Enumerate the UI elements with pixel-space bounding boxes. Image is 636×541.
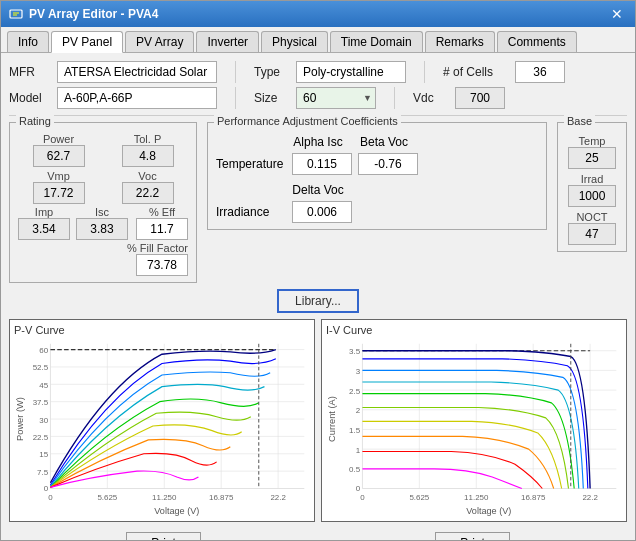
iv-chart-svg: Current (A) 0 0.5 1 1.5 2 2.5 3 3.5 0 5.…: [326, 338, 622, 517]
voc-label: Voc: [138, 170, 156, 182]
app-icon: [9, 7, 23, 21]
svg-text:22.2: 22.2: [270, 493, 286, 502]
svg-text:7.5: 7.5: [37, 468, 49, 477]
vdc-value: 700: [455, 87, 505, 109]
tab-info[interactable]: Info: [7, 31, 49, 52]
params-row: Rating Power 62.7 Tol. P 4.8 Vmp 17.72: [9, 122, 627, 283]
performance-title: Performance Adjustment Coefficients: [214, 115, 401, 127]
size-label: Size: [254, 91, 284, 105]
svg-text:15: 15: [39, 450, 48, 459]
svg-text:5.625: 5.625: [409, 493, 429, 502]
svg-text:0: 0: [356, 484, 361, 493]
irrad-base-label: Irrad: [581, 173, 604, 185]
svg-text:Voltage (V): Voltage (V): [466, 506, 511, 516]
svg-text:0: 0: [44, 484, 49, 493]
iv-chart-area: Current (A) 0 0.5 1 1.5 2 2.5 3 3.5 0 5.…: [326, 338, 622, 517]
svg-text:11.250: 11.250: [464, 493, 489, 502]
library-button[interactable]: Library...: [277, 289, 359, 313]
imp-label: Imp: [35, 206, 53, 218]
svg-text:0: 0: [48, 493, 53, 502]
cells-value: 36: [515, 61, 565, 83]
svg-text:Voltage (V): Voltage (V): [154, 506, 199, 516]
rating-title: Rating: [16, 115, 54, 127]
library-row: Library...: [9, 289, 627, 313]
fill-factor-label: % Fill Factor: [127, 242, 188, 254]
tab-remarks[interactable]: Remarks: [425, 31, 495, 52]
temp-base-label: Temp: [579, 135, 606, 147]
svg-text:Power (W): Power (W): [15, 397, 25, 441]
svg-text:22.2: 22.2: [582, 493, 598, 502]
performance-section: Performance Adjustment Coefficients Alph…: [207, 122, 547, 230]
vmp-label: Vmp: [47, 170, 70, 182]
pv-chart-svg: Power (W) 0 7.5 15 22.5 30 37.5 45 52.5 …: [14, 338, 310, 517]
iv-chart-title: I-V Curve: [326, 324, 622, 336]
tab-bar: Info PV Panel PV Array Inverter Physical…: [1, 27, 635, 53]
pct-eff-label: % Eff: [149, 206, 175, 218]
title-bar: PV Array Editor - PVA4 ✕: [1, 1, 635, 27]
tab-inverter[interactable]: Inverter: [196, 31, 259, 52]
fill-factor-value: 73.78: [136, 254, 188, 276]
irrad-base-value: 1000: [568, 185, 616, 207]
print-row: Print Print: [9, 528, 627, 540]
irrad-label: Irradiance: [216, 205, 286, 219]
delta-voc-value: 0.006: [292, 201, 352, 223]
charts-row: P-V Curve: [9, 319, 627, 522]
mfr-value: ATERSA Electricidad Solar: [57, 61, 217, 83]
model-value: A-60P,A-66P: [57, 87, 217, 109]
noct-base-value: 47: [568, 223, 616, 245]
tab-pv-panel[interactable]: PV Panel: [51, 31, 123, 53]
alpha-isc-label: Alpha Isc: [288, 135, 348, 149]
svg-text:16.875: 16.875: [521, 493, 546, 502]
type-value: Poly-crystalline: [296, 61, 406, 83]
iv-print-button[interactable]: Print: [435, 532, 510, 540]
imp-value: 3.54: [18, 218, 70, 240]
svg-text:3.5: 3.5: [349, 347, 361, 356]
svg-text:37.5: 37.5: [33, 398, 49, 407]
isc-label: Isc: [95, 206, 109, 218]
pv-chart-area: Power (W) 0 7.5 15 22.5 30 37.5 45 52.5 …: [14, 338, 310, 517]
mfr-label: MFR: [9, 65, 45, 79]
temp-label: Temperature: [216, 157, 286, 171]
svg-text:0: 0: [360, 493, 365, 502]
cells-label: # of Cells: [443, 65, 503, 79]
noct-item: NOCT 47: [566, 211, 618, 245]
svg-text:45: 45: [39, 381, 48, 390]
irrad-item: Irrad 1000: [566, 173, 618, 207]
svg-text:Current (A): Current (A): [327, 396, 337, 442]
svg-text:3: 3: [356, 367, 361, 376]
tab-physical[interactable]: Physical: [261, 31, 328, 52]
tol-p-value: 4.8: [122, 145, 174, 167]
model-label: Model: [9, 91, 45, 105]
tab-pv-array[interactable]: PV Array: [125, 31, 194, 52]
pv-chart-panel: P-V Curve: [9, 319, 315, 522]
main-content: MFR ATERSA Electricidad Solar Type Poly-…: [1, 53, 635, 540]
iv-chart-panel: I-V Curve: [321, 319, 627, 522]
tol-p-label: Tol. P: [134, 133, 162, 145]
svg-text:0.5: 0.5: [349, 465, 361, 474]
svg-text:52.5: 52.5: [33, 363, 49, 372]
tab-time-domain[interactable]: Time Domain: [330, 31, 423, 52]
pv-print-button[interactable]: Print: [126, 532, 201, 540]
vdc-label: Vdc: [413, 91, 443, 105]
svg-text:1.5: 1.5: [349, 426, 361, 435]
close-button[interactable]: ✕: [607, 6, 627, 22]
title-bar-left: PV Array Editor - PVA4: [9, 7, 158, 21]
tab-comments[interactable]: Comments: [497, 31, 577, 52]
base-title: Base: [564, 115, 595, 127]
svg-text:2.5: 2.5: [349, 387, 361, 396]
window-title: PV Array Editor - PVA4: [29, 7, 158, 21]
svg-text:11.250: 11.250: [152, 493, 177, 502]
pv-chart-title: P-V Curve: [14, 324, 310, 336]
svg-text:30: 30: [39, 415, 48, 424]
vmp-value: 17.72: [33, 182, 85, 204]
base-section: Base Temp 25 Irrad 1000 NOCT 47: [557, 122, 627, 252]
svg-text:1: 1: [356, 446, 361, 455]
svg-text:22.5: 22.5: [33, 433, 49, 442]
svg-text:5.625: 5.625: [97, 493, 117, 502]
beta-voc-value: -0.76: [358, 153, 418, 175]
svg-rect-0: [10, 10, 22, 18]
temp-item: Temp 25: [566, 135, 618, 169]
temp-base-value: 25: [568, 147, 616, 169]
voc-value: 22.2: [122, 182, 174, 204]
noct-base-label: NOCT: [576, 211, 607, 223]
